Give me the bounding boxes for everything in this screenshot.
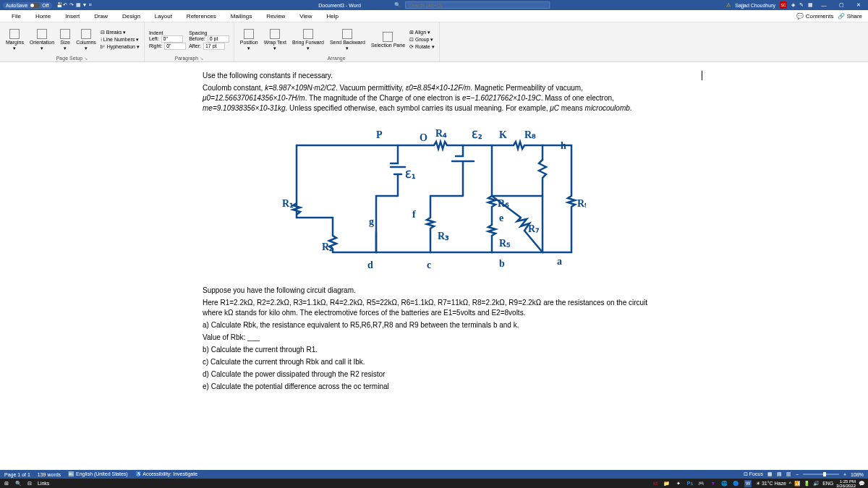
spacing-before-input[interactable] <box>208 35 229 43</box>
indent-right-input[interactable] <box>164 43 186 50</box>
tab-home[interactable]: Home <box>28 11 58 22</box>
svg-text:R₂: R₂ <box>322 241 333 252</box>
save-icon[interactable]: 💾 <box>56 2 63 9</box>
chrome-icon[interactable]: 🌐 <box>721 480 728 487</box>
svg-text:R₅: R₅ <box>499 238 511 249</box>
bring-forward-button[interactable]: Bring Forward▾ <box>291 27 326 53</box>
redo-icon[interactable]: ↷ <box>69 2 76 9</box>
breaks-button[interactable]: ⊟ Breaks ▾ <box>101 30 140 35</box>
qa-icon2[interactable]: ▼ <box>82 2 89 9</box>
doc-text: Value of Rbk: ___ <box>203 333 665 343</box>
taskbar-app-icon[interactable]: Id <box>652 480 659 487</box>
taskbar-app-icon[interactable]: ✦ <box>675 480 682 487</box>
svg-text:O: O <box>420 132 427 143</box>
search-icon[interactable]: 🔍 <box>14 480 22 487</box>
taskbar-app-icon[interactable]: ▼ <box>710 480 717 487</box>
language-indicator[interactable]: ENG <box>822 481 833 486</box>
zoom-slider[interactable] <box>803 474 839 475</box>
dlg-launcher-icon[interactable]: ↘ <box>200 56 203 61</box>
autosave-label: AutoSave <box>6 3 27 8</box>
tab-references[interactable]: References <box>179 11 224 22</box>
doc-text: Use the following constants if necessary… <box>203 71 665 81</box>
svg-text:R₈: R₈ <box>524 129 536 140</box>
view-web-icon[interactable]: ▥ <box>786 471 791 477</box>
qa-icon[interactable]: ▦ <box>76 2 82 9</box>
group-button[interactable]: ⊡ Group ▾ <box>409 37 435 43</box>
margins-button[interactable]: Margins▾ <box>4 27 25 53</box>
wrap-text-button[interactable]: Wrap Text▾ <box>263 27 288 53</box>
diamond-icon[interactable]: ◈ <box>791 2 795 8</box>
tab-draw[interactable]: Draw <box>87 11 115 22</box>
start-button[interactable]: ⊞ <box>3 480 10 487</box>
zoom-in-icon[interactable]: + <box>843 472 846 477</box>
focus-button[interactable]: ⊡ Focus <box>744 471 763 477</box>
orientation-button[interactable]: Orientation▾ <box>28 27 56 53</box>
document-area[interactable]: Use the following constants if necessary… <box>0 62 868 470</box>
hyphenation-button[interactable]: bᶜ Hyphenation ▾ <box>101 44 140 50</box>
svg-text:R₉: R₉ <box>577 198 586 209</box>
share-button[interactable]: 🔗 Share <box>838 13 862 20</box>
photoshop-icon[interactable]: Ps <box>686 480 694 487</box>
tab-view[interactable]: View <box>292 11 319 22</box>
toggle-icon <box>30 3 40 8</box>
taskbar-app-icon[interactable]: 🔵 <box>733 480 740 487</box>
maximize-button[interactable]: ▢ <box>835 0 848 10</box>
user-avatar[interactable]: SC <box>780 1 787 9</box>
comments-button[interactable]: 💬 Comments <box>796 13 833 20</box>
dlg-launcher-icon[interactable]: ↘ <box>84 56 88 61</box>
clock[interactable]: 1:25 PM 3/26/2022 <box>836 479 856 488</box>
weather-widget[interactable]: ☀ 31°C Haze <box>756 481 786 487</box>
tab-help[interactable]: Help <box>320 11 346 22</box>
line-numbers-button[interactable]: ⁝ Line Numbers ▾ <box>101 37 140 43</box>
doc-text: c) Calculate the current through Rbk and… <box>203 357 665 367</box>
taskbar-links[interactable]: Links <box>38 481 49 486</box>
ribbon-opts-icon[interactable]: ▦ <box>808 2 813 8</box>
tab-review[interactable]: Review <box>259 11 292 22</box>
search-input[interactable] <box>405 1 550 9</box>
align-button[interactable]: ⊞ Align ▾ <box>409 30 435 35</box>
position-button[interactable]: Position▾ <box>239 27 260 53</box>
tab-file[interactable]: File <box>4 11 28 22</box>
file-explorer-icon[interactable]: 📁 <box>663 480 671 487</box>
selection-pane-button[interactable]: Selection Pane <box>370 30 407 49</box>
document-page: Use the following constants if necessary… <box>181 62 687 403</box>
page-indicator[interactable]: Page 1 of 1 <box>4 472 30 477</box>
pen-icon[interactable]: ✎ <box>799 2 804 8</box>
svg-text:d: d <box>367 260 373 270</box>
word-count[interactable]: 139 words <box>38 472 61 477</box>
rotate-button[interactable]: ⟳ Rotate ▾ <box>409 44 435 50</box>
zoom-out-icon[interactable]: − <box>796 472 799 477</box>
minimize-button[interactable]: — <box>817 0 830 10</box>
tray-chevron-icon[interactable]: ^ <box>789 481 791 486</box>
zoom-level[interactable]: 108% <box>851 472 864 477</box>
notifications-icon[interactable]: 💬 <box>859 481 865 487</box>
svg-text:R₃: R₃ <box>438 231 449 241</box>
battery-icon[interactable]: 🔋 <box>804 481 810 487</box>
tab-insert[interactable]: Insert <box>58 11 87 22</box>
accessibility-indicator[interactable]: ♿ Accessibility: Investigate <box>135 471 197 477</box>
undo-icon[interactable]: ↶ <box>63 2 69 9</box>
wifi-icon[interactable]: 📶 <box>794 481 801 487</box>
tab-layout[interactable]: Layout <box>148 11 179 22</box>
word-icon[interactable]: W <box>744 480 752 487</box>
view-read-icon[interactable]: ▦ <box>767 471 773 477</box>
language-indicator[interactable]: 🔤 English (United States) <box>68 471 128 477</box>
user-name[interactable]: Sajjad Choudhury <box>735 3 775 8</box>
warning-icon[interactable]: ⚠ <box>726 2 731 8</box>
qa-more-icon[interactable]: ≡ <box>89 2 95 9</box>
spacing-after-input[interactable] <box>203 43 225 50</box>
svg-text:h: h <box>561 140 566 151</box>
indent-left-input[interactable] <box>161 35 183 43</box>
close-button[interactable]: ✕ <box>852 0 865 10</box>
columns-button[interactable]: Columns▾ <box>75 27 98 53</box>
tab-mailings[interactable]: Mailings <box>224 11 259 22</box>
autosave-toggle[interactable]: AutoSave Off <box>3 2 52 9</box>
volume-icon[interactable]: 🔊 <box>813 481 820 487</box>
send-backward-button[interactable]: Send Backward▾ <box>328 27 367 53</box>
steam-icon[interactable]: 🎮 <box>698 480 705 487</box>
tab-design[interactable]: Design <box>115 11 148 22</box>
doc-text: b) Calculate the current through R1. <box>203 345 665 355</box>
view-print-icon[interactable]: ▤ <box>777 471 782 477</box>
size-button[interactable]: Size▾ <box>59 27 72 53</box>
task-view-icon[interactable]: ⊟ <box>26 480 33 487</box>
